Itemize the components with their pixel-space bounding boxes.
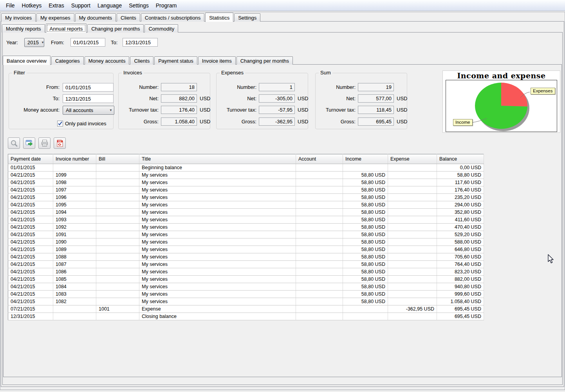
cell-balance: 1.058,40 USD bbox=[437, 298, 484, 305]
cell-invoice-number: 1090 bbox=[53, 238, 96, 246]
table-row[interactable]: 04/21/20151093My services58,80 USD411,60… bbox=[8, 216, 484, 224]
cell-bill bbox=[96, 194, 139, 201]
from-date-input[interactable] bbox=[70, 38, 105, 47]
tab-invoice-items[interactable]: Invoice items bbox=[198, 56, 236, 65]
cell-invoice-number: 1099 bbox=[53, 172, 96, 179]
to-date-input[interactable] bbox=[123, 38, 158, 47]
cell-account bbox=[296, 246, 343, 253]
filter-from-input[interactable] bbox=[63, 83, 114, 92]
table-row[interactable]: 04/21/20151085My services58,80 USD882,00… bbox=[8, 276, 484, 283]
table-row[interactable]: 04/21/20151098My services58,80 USD117,60… bbox=[8, 179, 484, 186]
tab-payment-status[interactable]: Payment status bbox=[154, 56, 197, 65]
tab-money-accounts[interactable]: Money accounts bbox=[85, 56, 130, 65]
table-row[interactable]: 04/21/20151099My services58,80 USD58,80 … bbox=[8, 172, 484, 179]
table-row[interactable]: 04/21/20151091My services58,80 USD529,20… bbox=[8, 231, 484, 238]
cell-payment-date: 04/21/2015 bbox=[8, 194, 53, 201]
expenses-groupbox: ExpensesNumber:1Net:-305,00USDTurnover t… bbox=[216, 73, 308, 129]
tab-changing-per-months[interactable]: Changing per months bbox=[87, 24, 144, 33]
col-header-bill[interactable]: Bill bbox=[96, 154, 139, 164]
table-row[interactable]: 04/21/20151097My services58,80 USD176,40… bbox=[8, 186, 484, 194]
table-row[interactable]: 04/21/20151082My services58,80 USD1.058,… bbox=[8, 298, 484, 305]
chevron-down-icon: ▼ bbox=[109, 108, 112, 112]
cell-expense bbox=[388, 291, 437, 298]
tab-clients[interactable]: Clients bbox=[130, 56, 153, 65]
menu-file[interactable]: File bbox=[2, 1, 18, 10]
tab-statistics[interactable]: Statistics bbox=[205, 13, 233, 22]
readonly-field: 695,45 bbox=[358, 117, 394, 126]
tab-my-expenses[interactable]: My expenses bbox=[36, 13, 74, 22]
col-header-balance[interactable]: Balance bbox=[437, 154, 484, 164]
table-row[interactable]: 04/21/20151088My services58,80 USD705,60… bbox=[8, 253, 484, 261]
tab-categories[interactable]: Categories bbox=[51, 56, 84, 65]
readonly-field: 882,00 bbox=[161, 94, 197, 103]
sum-row-number: Number:19 bbox=[318, 83, 404, 92]
menu-hotkeys[interactable]: Hotkeys bbox=[18, 1, 45, 10]
table-row[interactable]: 04/21/20151094My services58,80 USD352,80… bbox=[8, 209, 484, 216]
cell-account bbox=[296, 216, 343, 224]
cell-balance: 529,20 USD bbox=[437, 231, 484, 238]
cell-invoice-number bbox=[53, 164, 96, 172]
tab-commodity[interactable]: Commodity bbox=[144, 24, 178, 33]
window-frame-bottom bbox=[0, 390, 565, 390]
year-select[interactable]: 2015 ▼ bbox=[24, 38, 44, 47]
money-account-select[interactable]: All accounts ▼ bbox=[63, 106, 114, 115]
cell-balance: 470,40 USD bbox=[437, 224, 484, 231]
only-paid-checkbox[interactable] bbox=[57, 121, 63, 126]
table-row[interactable]: 04/21/20151096My services58,80 USD235,20… bbox=[8, 194, 484, 201]
cell-bill bbox=[96, 179, 139, 186]
tab-balance-overview[interactable]: Balance overview bbox=[3, 56, 51, 65]
table-row[interactable]: 04/21/20151089My services58,80 USD646,80… bbox=[8, 246, 484, 253]
col-header-payment-date[interactable]: Payment date bbox=[8, 154, 53, 164]
menu-language[interactable]: Language bbox=[94, 1, 125, 10]
tab-my-documents[interactable]: My documents bbox=[75, 13, 116, 22]
tab-contracts-subscriptions[interactable]: Contracts / subscriptions bbox=[141, 13, 204, 22]
table-row[interactable]: 04/21/20151092My services58,80 USD470,40… bbox=[8, 224, 484, 231]
menu-support[interactable]: Support bbox=[68, 1, 94, 10]
invoices-row-gross: Gross:1.058,40USD bbox=[121, 117, 208, 126]
table-row[interactable]: 04/21/20151083My services58,80 USD999,60… bbox=[8, 291, 484, 298]
readonly-field: 18 bbox=[161, 83, 197, 91]
menu-settings[interactable]: Settings bbox=[125, 1, 152, 10]
cell-account bbox=[296, 164, 343, 172]
cell-bill bbox=[96, 224, 139, 231]
cell-invoice-number: 1082 bbox=[53, 298, 96, 305]
col-header-income[interactable]: Income bbox=[343, 154, 388, 164]
menu-extras[interactable]: Extras bbox=[45, 1, 68, 10]
table-row[interactable]: 04/21/20151095My services58,80 USD294,00… bbox=[8, 201, 484, 209]
readonly-field: -305,00 bbox=[259, 94, 295, 103]
table-row[interactable]: 07/21/20151001Expense-362,95 USD695,45 U… bbox=[8, 305, 484, 313]
tab-annual-reports[interactable]: Annual reports bbox=[46, 23, 87, 33]
tab-my-invoices[interactable]: My invoices bbox=[1, 13, 36, 22]
export-button[interactable] bbox=[23, 137, 35, 149]
tab-changing-per-months[interactable]: Changing per months bbox=[236, 56, 293, 65]
cell-expense bbox=[388, 164, 437, 172]
col-header-expense[interactable]: Expense bbox=[388, 154, 437, 164]
table-row[interactable]: 04/21/20151084My services58,80 USD940,80… bbox=[8, 283, 484, 291]
tab-clients[interactable]: Clients bbox=[117, 13, 140, 22]
table-row[interactable]: 12/31/2015Closing balance695,45 USD bbox=[8, 313, 484, 320]
table-row[interactable]: 04/21/20151090My services58,80 USD588,00… bbox=[8, 238, 484, 246]
filter-to-input[interactable] bbox=[63, 94, 114, 103]
cell-account bbox=[296, 209, 343, 216]
cell-payment-date: 04/21/2015 bbox=[8, 283, 53, 291]
cell-account bbox=[296, 201, 343, 209]
cell-balance: 352,80 USD bbox=[437, 209, 484, 216]
table-row[interactable]: 04/21/20151087My services58,80 USD764,40… bbox=[8, 261, 484, 268]
cell-payment-date: 04/21/2015 bbox=[8, 298, 53, 305]
col-header-title[interactable]: Title bbox=[139, 154, 296, 164]
tab-settings[interactable]: Settings bbox=[234, 13, 260, 22]
sum-row-turnover-tax: Turnover tax:118,45USD bbox=[318, 106, 404, 114]
print-button[interactable] bbox=[38, 137, 51, 149]
cell-bill: 1001 bbox=[96, 305, 139, 313]
cell-payment-date: 04/21/2015 bbox=[8, 253, 53, 261]
menu-bar: FileHotkeysExtrasSupportLanguageSettings… bbox=[0, 0, 565, 11]
cell-title: My services bbox=[139, 291, 296, 298]
preview-button[interactable] bbox=[8, 137, 20, 149]
table-row[interactable]: 01/01/2015Beginning balance0,00 USD bbox=[8, 164, 484, 172]
export-pdf-button[interactable]: PDF bbox=[54, 137, 66, 149]
col-header-account[interactable]: Account bbox=[296, 154, 343, 164]
tab-monthly-reports[interactable]: Monthly reports bbox=[2, 24, 45, 33]
table-row[interactable]: 04/21/20151086My services58,80 USD823,20… bbox=[8, 268, 484, 276]
col-header-invoice-number[interactable]: Invoice number bbox=[53, 154, 96, 164]
menu-program[interactable]: Program bbox=[152, 1, 181, 10]
